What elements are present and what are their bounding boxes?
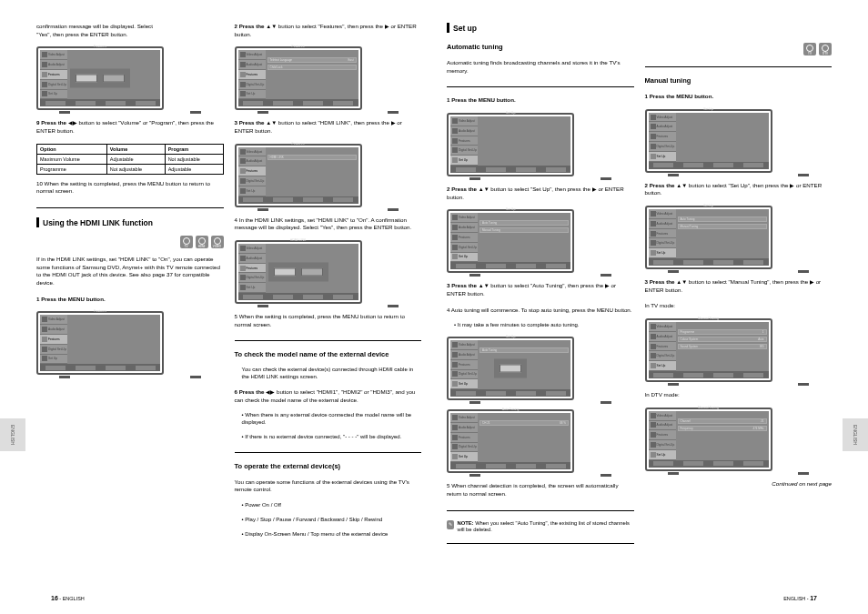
heading-hdmi-link: Using the HDMI LINK function (36, 217, 224, 227)
up-down-icon: ▲▼ (266, 120, 277, 126)
page-number-right: ENGLISH - 17 (783, 595, 817, 601)
tv-screenshot: Manual Tuning Video Adjust Audio Adjust … (645, 408, 833, 475)
tv-screenshot: Auto Tuning Video Adjust Audio Adjust Fe… (447, 409, 634, 477)
left-page: confirmation message will be displayed. … (36, 23, 421, 548)
heading-setup: Set up (447, 23, 832, 33)
tv-screenshot: Set Up Video Adjust Audio Adjust Feature… (447, 113, 634, 180)
mode-icon: HDMI (196, 236, 208, 248)
mode-icon: DTV (819, 43, 832, 55)
section-title: To check the model name of the external … (235, 350, 422, 358)
tv-screenshot: Manual Tuning Video Adjust Audio Adjust … (645, 318, 833, 386)
left-right-icon: ◀▶ (68, 120, 77, 126)
tv-screenshot: Set Up Video Adjust Audio Adjust Feature… (447, 209, 634, 277)
tv-screenshot: Features Video Adjust Audio Adjust Featu… (235, 46, 422, 114)
up-down-icon: ▲▼ (479, 283, 490, 288)
up-down-icon: ▲▼ (676, 279, 687, 285)
up-down-icon: ▲▼ (266, 24, 277, 29)
options-table: OptionVolumeProgram Maximum VolumeAdjust… (36, 144, 224, 175)
mode-icon: TV (803, 43, 816, 55)
tv-screenshot: Features Video Adjust Audio Adjust Featu… (235, 144, 422, 211)
text: confirmation message will be displayed. … (36, 23, 224, 38)
page-spread: confirmation message will be displayed. … (36, 23, 832, 548)
step-text: 10 When the setting is completed, press … (36, 180, 224, 196)
note-icon: ✎ (447, 520, 454, 529)
note: ✎ NOTE: When you select "Auto Tuning", t… (447, 520, 634, 534)
yes-button (76, 75, 97, 83)
edge-tab-right: ENGLISH (843, 418, 868, 451)
tv-screenshot: HDMI LINK Video Adjust Audio Adjust Feat… (235, 240, 422, 307)
tv-screenshot: Features Video Adjust Audio Adjust Featu… (36, 46, 224, 114)
right-page: Set up Automatic tuning Automatic tuning… (447, 23, 832, 548)
mode-icon: TV (180, 236, 193, 248)
no-button (103, 75, 125, 83)
up-down-icon: ▲▼ (676, 183, 687, 188)
tv-screenshot: Features Video Adjust Audio Adjust Featu… (36, 311, 224, 378)
mode-icon: VIDEO (211, 236, 224, 248)
right-col2: TV DTV Manual tuning 1 Press the MENU bu… (645, 43, 833, 548)
right-col1: Automatic tuning Automatic tuning finds … (447, 43, 634, 548)
edge-tab-left: ENGLISH (0, 418, 25, 451)
tv-screenshot: Set Up Video Adjust Audio Adjust Feature… (645, 206, 833, 273)
left-right-icon: ◀▶ (266, 389, 275, 395)
left-col2: 2 Press the ▲▼ button to select "Feature… (235, 23, 422, 539)
tv-screenshot: Set Up Video Adjust Audio Adjust Feature… (447, 337, 634, 404)
left-col1: confirmation message will be displayed. … (36, 23, 224, 539)
page-number-left: 16 - ENGLISH (51, 595, 85, 601)
tv-screenshot: Set Up Video Adjust Audio Adjust Feature… (645, 109, 833, 176)
up-down-icon: ▲▼ (479, 186, 490, 192)
